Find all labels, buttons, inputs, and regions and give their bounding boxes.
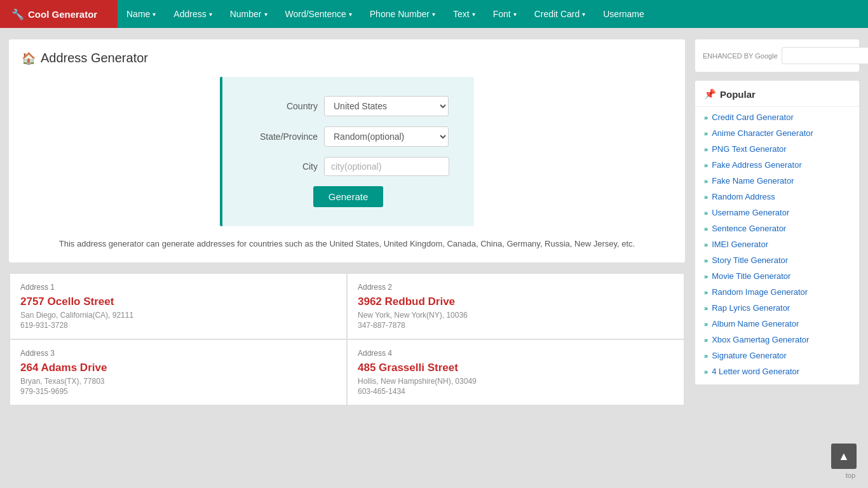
popular-item[interactable]: »Random Address bbox=[695, 189, 859, 205]
city-input[interactable] bbox=[324, 157, 449, 176]
nav-item-username[interactable]: Username bbox=[594, 0, 653, 28]
popular-item-label: Signature Generator bbox=[712, 351, 787, 360]
city-label: City bbox=[248, 161, 318, 172]
popular-item-label: Random Address bbox=[712, 192, 775, 201]
country-select[interactable]: United States United Kingdom Canada Chin… bbox=[324, 96, 449, 116]
address-street: 485 Grasselli Street bbox=[358, 362, 674, 374]
brand[interactable]: 🔧 Cool Generator bbox=[0, 0, 118, 28]
popular-item[interactable]: »Credit Card Generator bbox=[695, 109, 859, 125]
chevron-right-icon: » bbox=[704, 146, 708, 153]
address-cell: Address 2 3962 Redbud Drive New York, Ne… bbox=[347, 273, 684, 339]
nav-item-address[interactable]: Address▾ bbox=[165, 0, 220, 28]
popular-item-label: Username Generator bbox=[712, 208, 789, 217]
chevron-right-icon: » bbox=[704, 336, 708, 344]
generate-button[interactable]: Generate bbox=[313, 186, 384, 207]
dropdown-arrow-icon: ▾ bbox=[349, 11, 352, 18]
popular-item-label: Anime Character Generator bbox=[712, 128, 813, 138]
address-street: 2757 Ocello Street bbox=[20, 295, 336, 308]
chevron-right-icon: » bbox=[704, 257, 708, 264]
nav-item-phone-number[interactable]: Phone Number▾ bbox=[361, 0, 444, 28]
popular-item-label: Movie Title Generator bbox=[712, 271, 790, 281]
state-row: State/Province Random(optional) bbox=[248, 126, 449, 147]
popular-item-label: Story Title Generator bbox=[712, 255, 788, 265]
page-title-row: 🏠 Address Generator bbox=[22, 51, 672, 65]
dropdown-arrow-icon: ▾ bbox=[209, 11, 212, 18]
chevron-right-icon: » bbox=[704, 225, 708, 233]
nav-item-text[interactable]: Text▾ bbox=[444, 0, 484, 28]
chevron-right-icon: » bbox=[704, 177, 708, 185]
search-box: ENHANCED BY Google search bbox=[695, 39, 859, 72]
popular-item[interactable]: »Anime Character Generator bbox=[695, 125, 859, 141]
popular-item[interactable]: »Xbox Gamertag Generator bbox=[695, 332, 859, 348]
address-street: 264 Adams Drive bbox=[20, 362, 336, 374]
popular-item-label: Fake Address Generator bbox=[712, 160, 802, 170]
address-grid-card: Address 1 2757 Ocello Street San Diego, … bbox=[9, 273, 685, 406]
popular-item-label: PNG Text Generator bbox=[712, 144, 787, 154]
popular-item[interactable]: »Fake Address Generator bbox=[695, 157, 859, 173]
popular-item-label: Album Name Generator bbox=[712, 319, 799, 329]
address-city: Bryan, Texas(TX), 77803 bbox=[20, 377, 336, 386]
popular-panel: 📌 Popular »Credit Card Generator»Anime C… bbox=[695, 81, 859, 384]
state-select[interactable]: Random(optional) bbox=[324, 126, 449, 147]
chevron-right-icon: » bbox=[704, 273, 708, 280]
popular-item[interactable]: »Username Generator bbox=[695, 205, 859, 220]
address-phone: 603-465-1434 bbox=[358, 387, 674, 396]
popular-item[interactable]: »Album Name Generator bbox=[695, 316, 859, 332]
popular-item-label: 4 Letter word Generator bbox=[712, 367, 799, 376]
popular-item[interactable]: »Movie Title Generator bbox=[695, 268, 859, 284]
chevron-right-icon: » bbox=[704, 368, 708, 376]
address-grid: Address 1 2757 Ocello Street San Diego, … bbox=[9, 273, 685, 406]
page-title: Address Generator bbox=[41, 51, 148, 65]
country-row: Country United States United Kingdom Can… bbox=[248, 96, 449, 116]
nav-item-word-sentence[interactable]: Word/Sentence▾ bbox=[276, 0, 361, 28]
popular-item-label: Rap Lyrics Generator bbox=[712, 303, 790, 313]
popular-title-label: Popular bbox=[720, 89, 756, 100]
main-content: 🏠 Address Generator Country United State… bbox=[9, 39, 685, 416]
address-label: Address 1 bbox=[20, 283, 336, 292]
wrench-icon: 🔧 bbox=[11, 8, 24, 20]
popular-item-label: Credit Card Generator bbox=[712, 112, 794, 122]
state-label: State/Province bbox=[248, 132, 318, 142]
navbar: 🔧 Cool Generator Name▾Address▾Number▾Wor… bbox=[0, 0, 868, 28]
page-wrap: 🏠 Address Generator Country United State… bbox=[0, 28, 868, 428]
dropdown-arrow-icon: ▾ bbox=[432, 11, 435, 18]
address-city: Hollis, New Hampshire(NH), 03049 bbox=[358, 377, 674, 386]
address-cell: Address 1 2757 Ocello Street San Diego, … bbox=[10, 273, 347, 339]
popular-item-label: Sentence Generator bbox=[712, 224, 786, 233]
popular-item-label: Xbox Gamertag Generator bbox=[712, 335, 809, 344]
popular-item[interactable]: »Rap Lyrics Generator bbox=[695, 300, 859, 316]
search-input[interactable] bbox=[782, 47, 868, 64]
popular-item[interactable]: »Story Title Generator bbox=[695, 252, 859, 268]
description-text: This address generator can generate addr… bbox=[22, 238, 672, 251]
sidebar: ENHANCED BY Google search 📌 Popular »Cre… bbox=[695, 39, 859, 416]
dropdown-arrow-icon: ▾ bbox=[472, 11, 475, 18]
popular-item[interactable]: »Random Image Generator bbox=[695, 284, 859, 300]
nav-item-number[interactable]: Number▾ bbox=[221, 0, 276, 28]
nav-item-name[interactable]: Name▾ bbox=[118, 0, 165, 28]
chevron-right-icon: » bbox=[704, 304, 708, 312]
popular-item[interactable]: »PNG Text Generator bbox=[695, 141, 859, 157]
chevron-right-icon: » bbox=[704, 161, 708, 169]
popular-item[interactable]: »4 Letter word Generator bbox=[695, 363, 859, 379]
nav-item-font[interactable]: Font▾ bbox=[484, 0, 526, 28]
popular-item[interactable]: »Fake Name Generator bbox=[695, 173, 859, 189]
popular-list: »Credit Card Generator»Anime Character G… bbox=[695, 109, 859, 379]
dropdown-arrow-icon: ▾ bbox=[513, 11, 517, 18]
address-city: San Diego, California(CA), 92111 bbox=[20, 311, 336, 320]
form-area: Country United States United Kingdom Can… bbox=[220, 77, 474, 226]
pin-icon: 📌 bbox=[704, 88, 716, 100]
dropdown-arrow-icon: ▾ bbox=[264, 11, 268, 18]
address-cell: Address 4 485 Grasselli Street Hollis, N… bbox=[347, 339, 684, 405]
chevron-right-icon: » bbox=[704, 352, 708, 360]
chevron-right-icon: » bbox=[704, 130, 708, 137]
popular-item[interactable]: »Signature Generator bbox=[695, 348, 859, 363]
popular-item-label: IMEI Generator bbox=[712, 240, 768, 249]
nav-items: Name▾Address▾Number▾Word/Sentence▾Phone … bbox=[118, 0, 653, 28]
nav-item-credit-card[interactable]: Credit Card▾ bbox=[526, 0, 595, 28]
address-label: Address 3 bbox=[20, 349, 336, 358]
home-icon: 🏠 bbox=[22, 51, 36, 65]
popular-item[interactable]: »IMEI Generator bbox=[695, 236, 859, 252]
address-cell: Address 3 264 Adams Drive Bryan, Texas(T… bbox=[10, 339, 347, 405]
dropdown-arrow-icon: ▾ bbox=[153, 11, 156, 18]
popular-item[interactable]: »Sentence Generator bbox=[695, 220, 859, 236]
